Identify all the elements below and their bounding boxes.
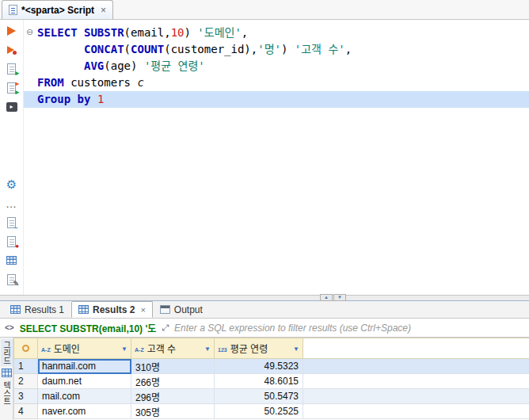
column-label: 도메인 (54, 344, 80, 355)
presentation-switcher: 그리드 텍스트 (0, 338, 13, 420)
results-grid[interactable]: A-Z도메인▼A-Z고객 수▼123평균 연령▼1hanmail.com310명… (13, 338, 529, 419)
sort-dropdown-icon[interactable]: ▼ (204, 346, 211, 353)
sql-console-icon[interactable]: ▸ (5, 101, 19, 113)
column-label: 고객 수 (147, 344, 176, 355)
results-grid-area: 그리드 텍스트 A-Z도메인▼A-Z고객 수▼123평균 연령▼1hanmail… (0, 338, 529, 420)
collapse-up-icon[interactable]: ▲ (320, 294, 333, 301)
row-filler (303, 404, 529, 419)
grid-cell[interactable]: 305명 (131, 404, 215, 419)
grid-icon (10, 305, 21, 314)
row-filler (303, 389, 529, 404)
grid-header-row: A-Z도메인▼A-Z고객 수▼123평균 연령▼ (14, 338, 529, 359)
grid-presentation-icon[interactable] (2, 368, 12, 377)
header-filler (303, 338, 529, 359)
grid-corner[interactable] (14, 338, 38, 359)
grid-cell[interactable]: 310명 (131, 359, 215, 374)
editor-toolbar: ▸ ▸▸ ▸ ⚙ … → ● ✎ ≡ (0, 20, 24, 295)
grid-cell[interactable]: mail.com (38, 389, 131, 404)
more-icon[interactable]: … (5, 197, 19, 209)
code-line[interactable]: CONCAT(COUNT(customer_id),'명') '고객 수', (24, 41, 529, 58)
grid-row: 1hanmail.com310명49.5323 (14, 359, 529, 374)
console-icon (160, 305, 170, 314)
grid-cell[interactable]: 296명 (131, 389, 215, 404)
sort-dropdown-icon[interactable]: ▼ (293, 346, 299, 353)
code-lines: ⊖SELECT SUBSTR(email,10) '도메인', CONCAT(C… (24, 25, 529, 108)
close-icon[interactable]: × (101, 6, 106, 15)
grid-row: 3mail.com296명50.5473 (14, 389, 529, 404)
filter-sql-icon[interactable]: <> (5, 323, 14, 332)
row-filler (303, 374, 529, 389)
tab-grid-presentation[interactable]: 그리드 (1, 339, 13, 366)
editor-body: ▸ ▸▸ ▸ ⚙ … → ● ✎ ≡ ⊖SELECT SUBSTR(email,… (0, 20, 529, 295)
splitter[interactable]: ▲ ▼ (0, 295, 529, 301)
row-number[interactable]: 4 (14, 404, 38, 419)
tab-results-2[interactable]: Results 2 × (71, 301, 153, 318)
column-type-icon: 123 (218, 347, 227, 353)
grid-cell[interactable]: 48.6015 (215, 374, 303, 389)
dbeaver-window: *<sparta> Script × ▸ ▸▸ ▸ ⚙ … → ● ✎ ≡ ⊖S… (0, 0, 529, 420)
tab-label: Results 2 (93, 304, 135, 315)
column-label: 평균 연령 (230, 344, 268, 355)
execute-new-tab-icon[interactable] (5, 44, 19, 55)
column-header[interactable]: A-Z도메인▼ (38, 338, 131, 359)
code-line[interactable]: ⊖SELECT SUBSTR(email,10) '도메인', (24, 25, 529, 41)
grid-cell[interactable]: daum.net (38, 374, 131, 389)
expand-filter-icon[interactable]: ⤢ (162, 323, 169, 333)
grid-cell[interactable]: naver.com (38, 404, 131, 419)
execute-statement-icon[interactable] (5, 25, 19, 36)
row-filler (303, 359, 529, 374)
grid-row: 4naver.com305명50.2525 (14, 404, 529, 419)
sql-file-icon (9, 5, 17, 15)
filter-bar: <> SELECT SUBSTR(email,10) '도 ⤢ Enter a … (0, 319, 529, 338)
tab-results-1[interactable]: Results 1 (3, 301, 71, 318)
column-header[interactable]: 123평균 연령▼ (215, 338, 303, 359)
grid-icon (78, 305, 89, 314)
grid-cell[interactable]: 50.5473 (215, 389, 303, 404)
filter-query-text[interactable]: SELECT SUBSTR(email,10) '도 (20, 321, 157, 334)
editor-tab-script[interactable]: *<sparta> Script × (2, 0, 113, 19)
edit-document-icon[interactable]: ✎ (5, 273, 19, 285)
tab-text-presentation[interactable]: 텍스트 (1, 380, 13, 407)
stop-document-icon[interactable]: ● (5, 235, 19, 247)
results-tabbar: Results 1 Results 2 × Output (0, 301, 529, 319)
row-number[interactable]: 3 (14, 389, 38, 404)
column-header[interactable]: A-Z고객 수▼ (131, 338, 215, 359)
collapse-down-icon[interactable]: ▼ (333, 294, 346, 301)
code-line[interactable]: Group by 1 (24, 91, 529, 108)
row-number[interactable]: 1 (14, 359, 38, 374)
sql-editor[interactable]: ⊖SELECT SUBSTR(email,10) '도메인', CONCAT(C… (24, 20, 529, 295)
column-type-icon: A-Z (41, 347, 51, 353)
execute-script-icon[interactable]: ▸ (5, 63, 19, 74)
filter-input[interactable]: Enter a SQL expression to filter results… (174, 323, 411, 334)
column-type-icon: A-Z (135, 347, 144, 353)
grid-row: 2daum.net266명48.6015 (14, 374, 529, 389)
settings-gear-icon[interactable]: ⚙ (5, 178, 19, 190)
grid-cell[interactable]: 49.5323 (215, 359, 303, 374)
key-icon (22, 345, 29, 352)
export-result-icon[interactable]: → (5, 216, 19, 228)
editor-tab-label: *<sparta> Script (21, 5, 94, 16)
code-line[interactable]: FROM customers c (24, 74, 529, 91)
row-number[interactable]: 2 (14, 374, 38, 389)
editor-tabbar: *<sparta> Script × (0, 0, 529, 20)
grid-cell[interactable]: 50.2525 (215, 404, 303, 419)
fold-marker-icon[interactable]: ⊖ (26, 27, 33, 38)
close-icon[interactable]: × (140, 305, 145, 315)
grid-cell[interactable]: 266명 (131, 374, 215, 389)
tab-output[interactable]: Output (153, 301, 210, 318)
tab-label: Output (174, 304, 203, 315)
execute-script-new-tab-icon[interactable]: ▸▸ (5, 82, 19, 94)
code-line[interactable]: AVG(age) '평균 연령' (24, 58, 529, 74)
sort-dropdown-icon[interactable]: ▼ (121, 346, 127, 353)
grid-cell[interactable]: hanmail.com (38, 359, 131, 374)
open-grid-icon[interactable] (5, 254, 19, 266)
tab-label: Results 1 (25, 304, 64, 315)
